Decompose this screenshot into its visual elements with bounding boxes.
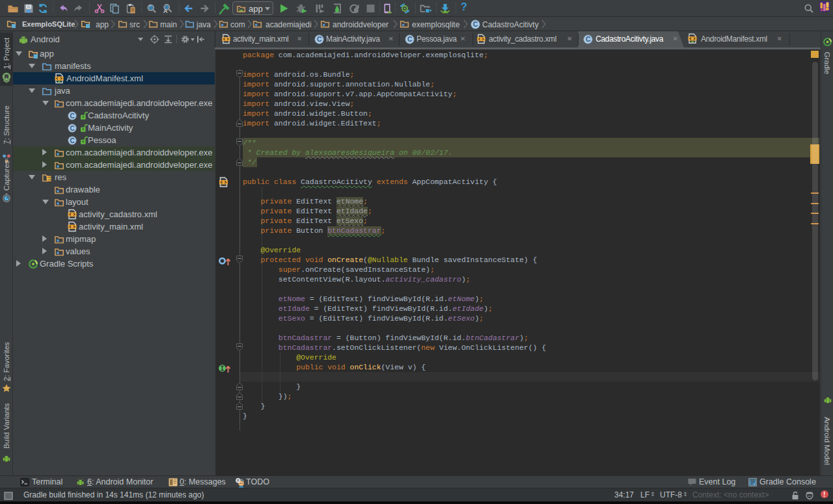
svg-text:C: C <box>317 35 322 43</box>
svg-text:A: A <box>163 8 168 14</box>
svg-text:C: C <box>586 35 591 43</box>
svg-text:C: C <box>70 137 74 144</box>
svg-text:C: C <box>473 20 478 28</box>
svg-text:C: C <box>70 112 74 119</box>
svg-text:C: C <box>70 124 74 131</box>
svg-text:C: C <box>407 35 413 43</box>
